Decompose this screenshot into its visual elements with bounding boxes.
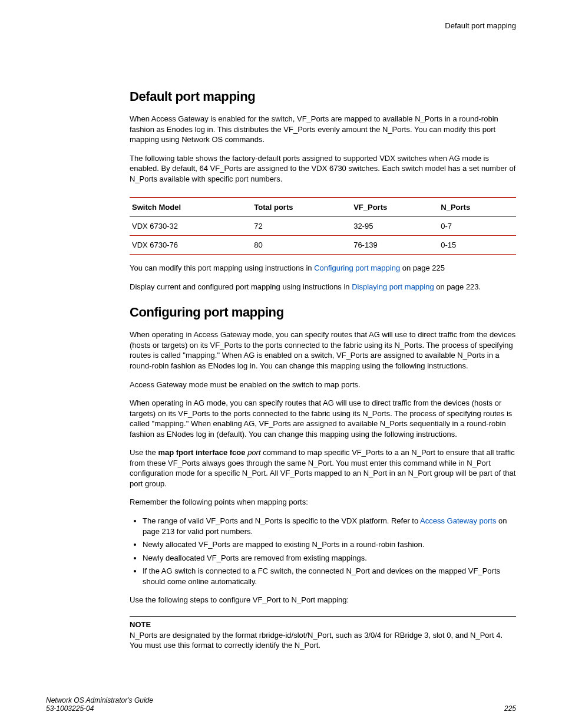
text: on page 223. — [434, 282, 481, 291]
cell: 80 — [252, 236, 351, 255]
col-header: Switch Model — [130, 197, 252, 217]
body-text: Remember the following points when mappi… — [130, 497, 516, 508]
body-text: You can modify this port mapping using i… — [130, 263, 516, 274]
cell: VDX 6730-32 — [130, 217, 252, 236]
text: Display current and configured port mapp… — [130, 282, 352, 291]
cell: 32-95 — [351, 217, 438, 236]
col-header: N_Ports — [438, 197, 516, 217]
cell: VDX 6730-76 — [130, 236, 252, 255]
list-item: Newly deallocated VF_Ports are removed f… — [143, 553, 516, 564]
body-text: Display current and configured port mapp… — [130, 282, 516, 292]
command-arg: port — [246, 448, 261, 457]
col-header: Total ports — [252, 197, 351, 217]
page-number: 225 — [504, 704, 516, 713]
footer-left: Network OS Administrator's Guide 53-1003… — [46, 696, 153, 713]
text: The range of valid VF_Ports and N_Ports … — [143, 516, 420, 525]
text: You can modify this port mapping using i… — [130, 263, 314, 272]
body-text: Access Gateway mode must be enabled on t… — [130, 380, 516, 390]
page: Default port mapping Default port mappin… — [0, 0, 562, 728]
body-text: When operating in AG mode, you can speci… — [130, 398, 516, 439]
link-access-gateway-ports[interactable]: Access Gateway ports — [420, 516, 496, 525]
cell: 72 — [252, 217, 351, 236]
running-header: Default port mapping — [130, 21, 516, 30]
note-rule — [130, 616, 516, 617]
col-header: VF_Ports — [351, 197, 438, 217]
body-text: When Access Gateway is enabled for the s… — [130, 114, 516, 145]
bullet-list: The range of valid VF_Ports and N_Ports … — [130, 516, 516, 587]
cell: 0-15 — [438, 236, 516, 255]
link-displaying-port-mapping[interactable]: Displaying port mapping — [352, 282, 434, 291]
body-text: The following table shows the factory-de… — [130, 153, 516, 185]
command-text: map fport interface fcoe — [158, 448, 245, 457]
cell: 76-139 — [351, 236, 438, 255]
list-item: The range of valid VF_Ports and N_Ports … — [143, 516, 516, 536]
body-text: Use the map fport interface fcoe port co… — [130, 447, 516, 489]
page-footer: Network OS Administrator's Guide 53-1003… — [46, 696, 516, 713]
doc-id: 53-1003225-04 — [46, 704, 153, 713]
text: on page 225 — [400, 263, 445, 272]
doc-title: Network OS Administrator's Guide — [46, 696, 153, 704]
port-mapping-table: Switch Model Total ports VF_Ports N_Port… — [130, 197, 516, 255]
body-text: Use the following steps to configure VF_… — [130, 595, 516, 605]
list-item: If the AG switch is connected to a FC sw… — [143, 566, 516, 587]
heading-default-port-mapping: Default port mapping — [130, 89, 516, 104]
table-row: VDX 6730-76 80 76-139 0-15 — [130, 236, 516, 255]
link-configuring-port-mapping[interactable]: Configuring port mapping — [314, 263, 400, 272]
cell: 0-7 — [438, 217, 516, 236]
heading-configuring-port-mapping: Configuring port mapping — [130, 305, 516, 320]
note-heading: NOTE — [130, 620, 516, 629]
note-body: N_Ports are designated by the format rbr… — [130, 630, 516, 651]
body-text: When operating in Access Gateway mode, y… — [130, 330, 516, 371]
text: Use the — [130, 448, 158, 457]
list-item: Newly allocated VF_Ports are mapped to e… — [143, 539, 516, 550]
table-row: VDX 6730-32 72 32-95 0-7 — [130, 217, 516, 236]
